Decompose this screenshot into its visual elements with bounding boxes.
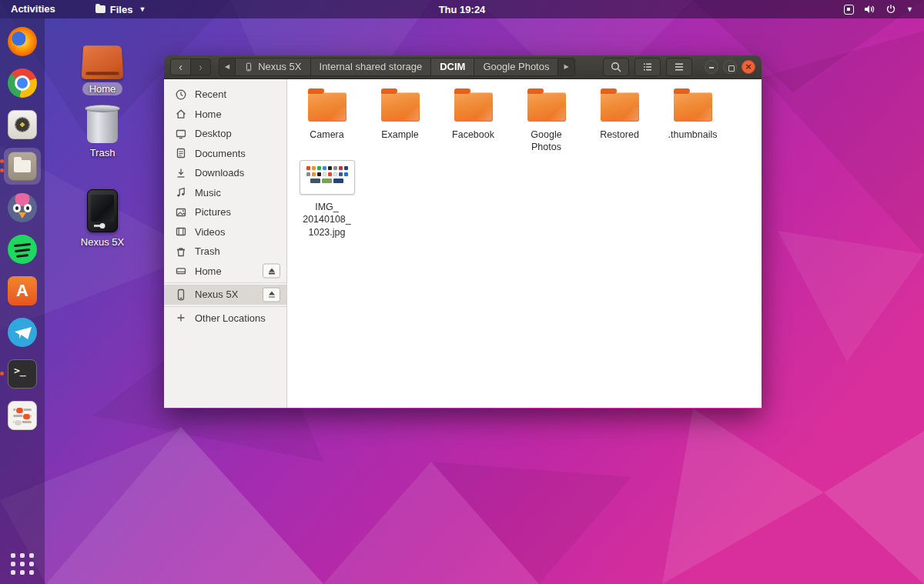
- folder-icon: [601, 92, 639, 122]
- breadcrumb-google-photos[interactable]: Google Photos: [474, 58, 558, 76]
- search-button[interactable]: [603, 58, 629, 76]
- system-status-area[interactable]: ▼: [844, 4, 924, 15]
- close-button[interactable]: ×: [742, 60, 755, 74]
- dock-item-ubuntu-software[interactable]: A: [4, 272, 41, 309]
- forward-button[interactable]: ›: [190, 58, 211, 75]
- running-indicator: [0, 372, 4, 375]
- phone-icon: [244, 62, 253, 72]
- sidebar-item-downloads[interactable]: Downloads: [164, 163, 286, 183]
- folder-item-google-photos[interactable]: Google Photos: [510, 88, 583, 158]
- menu-icon: [673, 61, 685, 73]
- files-window: ‹ › ◀ Nexus 5X Internal shared storage D…: [164, 55, 762, 409]
- sidebar: Recent Home Desktop Documents Downloads …: [164, 79, 287, 408]
- files-app-icon: [95, 5, 105, 13]
- desktop-icon: [175, 128, 187, 140]
- breadcrumb-nexus5x[interactable]: Nexus 5X: [235, 58, 310, 76]
- folder-label: Camera: [310, 128, 343, 141]
- dock-item-firefox[interactable]: [4, 23, 41, 60]
- sidebar-item-documents[interactable]: Documents: [164, 144, 286, 164]
- breadcrumb-dcim[interactable]: DCIM: [430, 58, 474, 76]
- maximize-button[interactable]: [723, 60, 737, 74]
- ubuntu-software-icon: A: [8, 276, 37, 305]
- folder-icon: [454, 92, 493, 122]
- sidebar-divider: [164, 282, 286, 283]
- volume-icon: [864, 4, 875, 15]
- terminal-icon: >_: [8, 359, 37, 389]
- dock-item-pidgin[interactable]: [4, 189, 41, 226]
- back-button[interactable]: ‹: [170, 58, 191, 75]
- dock-item-terminal[interactable]: >_: [4, 355, 41, 392]
- clock-icon: [175, 88, 187, 101]
- image-thumbnail: [300, 160, 355, 195]
- tweaks-icon: [8, 401, 37, 430]
- dock-item-tweaks[interactable]: [4, 397, 41, 434]
- dock: A >_: [0, 18, 45, 584]
- running-indicator: [0, 169, 4, 172]
- folder-item-example[interactable]: Example: [363, 88, 437, 158]
- app-menu-label: Files: [110, 4, 133, 15]
- sidebar-item-home-drive[interactable]: Home: [164, 262, 286, 282]
- dock-item-telegram[interactable]: [4, 314, 41, 351]
- power-icon: [886, 4, 896, 15]
- spotify-icon: [8, 235, 37, 264]
- firefox-icon: [8, 27, 37, 56]
- view-toggle-button[interactable]: [634, 58, 661, 76]
- sidebar-divider: [164, 306, 286, 307]
- file-label: IMG_ 20140108_ 1023.jpg: [303, 201, 351, 239]
- sidebar-item-desktop[interactable]: Desktop: [164, 124, 286, 144]
- picture-icon: [175, 206, 187, 219]
- search-icon: [610, 61, 622, 73]
- dock-item-files[interactable]: [4, 148, 41, 185]
- desktop-icon-label: Trash: [90, 147, 116, 159]
- desktop-icon-nexus5x[interactable]: Nexus 5X: [68, 189, 137, 248]
- file-item-img-20140108-1023[interactable]: IMG_ 20140108_ 1023.jpg: [290, 158, 363, 242]
- desktop-icon-trash[interactable]: Trash: [68, 108, 137, 159]
- eject-button[interactable]: [263, 287, 280, 302]
- sidebar-item-music[interactable]: Music: [164, 183, 286, 203]
- headerbar[interactable]: ‹ › ◀ Nexus 5X Internal shared storage D…: [164, 55, 762, 79]
- home-icon: [175, 108, 187, 120]
- nav-buttons: ‹ ›: [170, 58, 211, 75]
- activities-button[interactable]: Activities: [0, 0, 66, 18]
- dock-item-chrome[interactable]: [4, 65, 41, 102]
- file-grid[interactable]: Camera Example Facebook Google Photos Re…: [287, 79, 762, 408]
- document-icon: [175, 147, 187, 159]
- folder-item-facebook[interactable]: Facebook: [437, 88, 510, 158]
- folder-label: Restored: [600, 128, 639, 141]
- sidebar-item-trash[interactable]: Trash: [164, 242, 286, 262]
- folder-icon: [308, 92, 346, 122]
- files-icon: [8, 152, 37, 181]
- running-indicator: [0, 159, 4, 163]
- show-applications-button[interactable]: [11, 553, 35, 575]
- sidebar-item-videos[interactable]: Videos: [164, 222, 286, 242]
- folder-item-restored[interactable]: Restored: [583, 88, 656, 158]
- app-menu[interactable]: Files ▼: [88, 0, 154, 18]
- dock-item-spotify[interactable]: [4, 231, 41, 268]
- dock-item-rhythmbox[interactable]: [4, 106, 41, 143]
- sidebar-item-recent[interactable]: Recent: [164, 85, 286, 105]
- folder-icon: [527, 92, 566, 122]
- top-bar: Activities Files ▼ Thu 19:24 ▼: [0, 0, 924, 18]
- path-bar: ◀ Nexus 5X Internal shared storage DCIM …: [219, 58, 575, 76]
- breadcrumb-internal-shared-storage[interactable]: Internal shared storage: [310, 58, 432, 76]
- plus-icon: [175, 312, 187, 324]
- menu-button[interactable]: [666, 58, 692, 76]
- desktop-icon-home[interactable]: Home: [68, 45, 137, 95]
- folder-item-thumbnails[interactable]: .thumbnails: [656, 88, 729, 158]
- folder-label: Google Photos: [517, 128, 577, 154]
- minimize-button[interactable]: [705, 60, 718, 74]
- sidebar-item-other-locations[interactable]: Other Locations: [164, 309, 286, 329]
- music-note-icon: [175, 186, 187, 199]
- eject-button[interactable]: [263, 264, 280, 279]
- pidgin-icon: [8, 193, 37, 222]
- sidebar-item-nexus5x[interactable]: Nexus 5X: [164, 285, 286, 305]
- path-scroll-right-icon[interactable]: ▶: [557, 58, 574, 76]
- home-folder-icon: [82, 45, 124, 79]
- sidebar-item-home[interactable]: Home: [164, 105, 286, 125]
- folder-item-camera[interactable]: Camera: [290, 88, 363, 158]
- path-scroll-left-icon[interactable]: ◀: [219, 58, 236, 76]
- folder-icon: [674, 92, 712, 122]
- toolbar: ×: [603, 58, 755, 76]
- rhythmbox-icon: [8, 110, 37, 139]
- sidebar-item-pictures[interactable]: Pictures: [164, 202, 286, 222]
